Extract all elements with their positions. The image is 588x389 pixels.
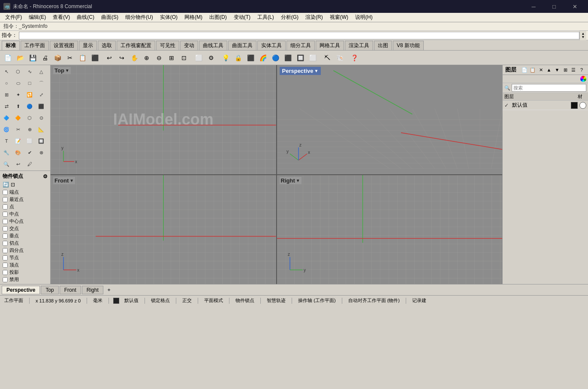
text-icon[interactable]: T (1, 135, 12, 147)
scale-icon[interactable]: ⤢ (36, 89, 47, 100)
viewport-tab-top[interactable]: Top (41, 286, 58, 294)
lock-icon[interactable]: 🔒 (232, 52, 244, 64)
snap-item-7[interactable]: 切点 (1, 239, 49, 247)
mesh2-icon[interactable]: 🔲 (36, 135, 47, 147)
menu-item-U[interactable]: 细分物件(U) (122, 13, 157, 22)
status-item-记录建[interactable]: 记录建 (410, 297, 428, 304)
cancel-icon[interactable]: ⊗ (36, 147, 47, 158)
spiral-icon[interactable]: 🌀 (1, 124, 12, 135)
select-icon[interactable]: ↖ (1, 66, 12, 77)
menu-item-H[interactable]: 说明(H) (352, 13, 376, 22)
viewport-tab-right[interactable]: Right (82, 286, 103, 294)
check-icon[interactable]: ✔ (24, 147, 35, 158)
viewport-right-label[interactable]: Right ▼ (280, 177, 302, 184)
box-icon[interactable]: ⬛ (89, 52, 101, 64)
viewport-top[interactable]: Top ▼ IAIModel.com y x (51, 65, 276, 174)
snap-item-12[interactable]: 禁用 (1, 276, 49, 283)
toolbar-tab-9[interactable]: 曲面工具 (228, 41, 256, 50)
menu-item-T[interactable]: 变动(T) (230, 13, 254, 22)
zoom-ext-icon[interactable]: ⊞ (166, 52, 178, 64)
zoom-out-icon[interactable]: ⊖ (153, 52, 165, 64)
cylinder-icon[interactable]: 🔷 (1, 112, 12, 123)
menu-item-L[interactable]: 工具(L) (254, 13, 277, 22)
viewport-perspective-dropdown[interactable]: ▼ (314, 69, 319, 73)
menu-item-S[interactable]: 曲面(S) (98, 13, 122, 22)
layer-visible-icon[interactable]: ✓ (504, 102, 510, 108)
cone-icon[interactable]: 🔶 (12, 112, 24, 123)
layer-color-swatch[interactable] (571, 102, 578, 109)
snap-checkbox-7[interactable] (3, 241, 8, 246)
status-item-操作轴工作平面[interactable]: 操作轴 (工作平面) (296, 297, 337, 304)
minimize-button[interactable]: ─ (524, 0, 543, 13)
print-icon[interactable]: 🖨 (39, 52, 51, 64)
snap-refresh-icon[interactable]: 🔄 (3, 182, 9, 188)
viewport-tab-perspective[interactable]: Perspective (2, 286, 40, 294)
mirror-icon[interactable]: ⇄ (1, 101, 12, 112)
rect-icon[interactable]: □ (24, 78, 35, 89)
snap-checkbox-10[interactable] (3, 263, 8, 268)
menu-item-C[interactable]: 曲线(C) (73, 13, 98, 22)
viewport-front-label[interactable]: Front ▼ (53, 177, 75, 184)
snap-item-5[interactable]: 交点 (1, 225, 49, 232)
snap-item-4[interactable]: 中心点 (1, 218, 49, 225)
command-input[interactable] (19, 32, 579, 39)
toolbar-tab-0[interactable]: 标准 (2, 41, 20, 50)
undo2-icon[interactable]: ↩ (12, 159, 24, 170)
viewport-right-dropdown[interactable]: ▼ (296, 178, 300, 183)
toolbar-tab-15[interactable]: V8 新功能 (393, 41, 424, 50)
curve-icon[interactable]: ∿ (24, 66, 35, 77)
point-icon[interactable]: ⬡ (12, 66, 24, 77)
snap-item-10[interactable]: 顶点 (1, 261, 49, 269)
star-icon[interactable]: ✦ (12, 89, 24, 100)
layers-new-icon[interactable]: 📄 (521, 66, 528, 74)
snap-item-2[interactable]: 点 (1, 203, 49, 210)
mesh-icon[interactable]: ⛏ (321, 52, 333, 64)
move-icon[interactable]: ⬆ (12, 101, 24, 112)
boolean-icon[interactable]: ⊕ (24, 124, 35, 135)
status-item-智慧轨迹[interactable]: 智慧轨迹 (265, 297, 287, 304)
cut-icon[interactable]: ✂ (64, 52, 76, 64)
layers-delete-icon[interactable]: ✕ (537, 66, 545, 74)
maximize-button[interactable]: □ (544, 0, 564, 13)
menu-item-W[interactable]: 视窗(W) (326, 13, 352, 22)
color-wheel-icon[interactable] (580, 76, 586, 82)
snap-checkbox-0[interactable] (3, 190, 8, 195)
help-icon[interactable]: ❓ (348, 52, 360, 64)
snap-checkbox-11[interactable] (3, 270, 8, 275)
zoom-icon[interactable]: 🔍 (1, 159, 12, 170)
viewport-top-label[interactable]: Top ▼ (53, 67, 71, 74)
box3d-icon[interactable]: ⬛ (36, 101, 47, 112)
undo-icon[interactable]: ↩ (103, 52, 115, 64)
hex-icon[interactable]: ⬡ (24, 112, 35, 123)
torus-icon[interactable]: ⊙ (36, 112, 47, 123)
layers-help-icon[interactable]: ? (578, 66, 585, 74)
redo-icon[interactable]: ↪ (116, 52, 128, 64)
snap-item-8[interactable]: 四分点 (1, 247, 49, 254)
snap-checkbox-6[interactable] (3, 233, 8, 239)
snap-item-6[interactable]: 垂点 (1, 232, 49, 239)
snap-checkbox-8[interactable] (3, 248, 8, 253)
toolbar-tab-1[interactable]: 工作平面 (21, 41, 49, 50)
circle-icon[interactable]: ○ (1, 78, 12, 89)
viewport-front[interactable]: Front ▼ z x (51, 175, 276, 284)
toolbar-tab-12[interactable]: 网格工具 (316, 41, 344, 50)
open-icon[interactable]: 📂 (14, 52, 26, 64)
viewport-tab-add[interactable]: ✦ (104, 286, 114, 294)
snap-checkbox-3[interactable] (3, 212, 8, 217)
snap-checkbox-12[interactable] (3, 277, 8, 282)
toolbar-tab-11[interactable]: 细分工具 (286, 41, 315, 50)
snap-item-3[interactable]: 中点 (1, 210, 49, 218)
dimension-icon[interactable]: 📐 (36, 124, 47, 135)
pan-icon[interactable]: ✋ (128, 52, 140, 64)
snap-checkbox-4[interactable] (3, 219, 8, 224)
viewport-tab-front[interactable]: Front (60, 286, 81, 294)
status-item-物件锁点[interactable]: 物件锁点 (234, 297, 256, 304)
light-icon[interactable]: 💡 (220, 52, 232, 64)
status-item-自动对齐工作平面物件[interactable]: 自动对齐工作平面 (物件) (347, 297, 401, 304)
toolbar-tab-7[interactable]: 变动 (180, 41, 198, 50)
layers-new-sub-icon[interactable]: 📋 (529, 66, 537, 74)
grid-icon[interactable]: ⊞ (1, 89, 12, 100)
status-item-平面模式[interactable]: 平面模式 (202, 297, 225, 304)
snap-item-0[interactable]: 端点 (1, 189, 49, 196)
close-button[interactable]: ✕ (565, 0, 585, 13)
